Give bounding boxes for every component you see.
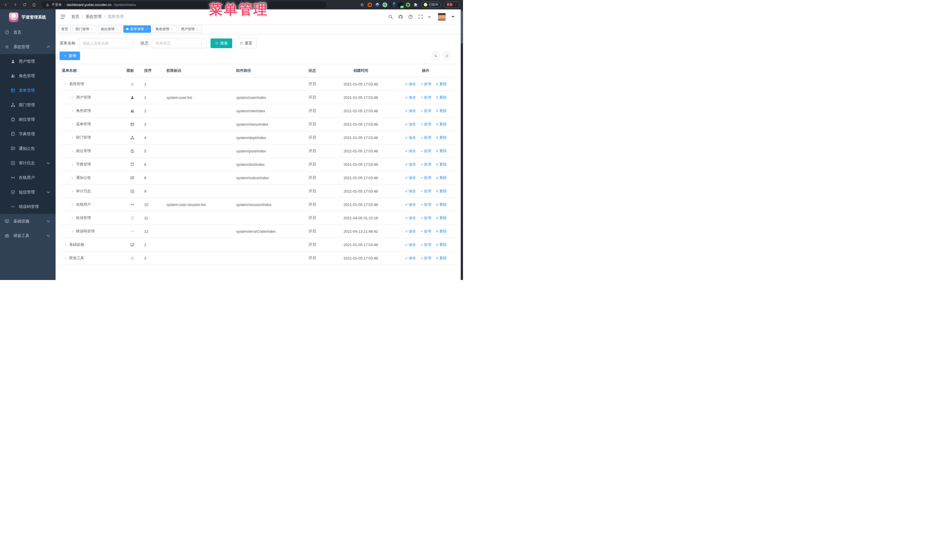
edit-link[interactable]: 修改: [405, 135, 416, 140]
search-button[interactable]: 搜索: [210, 38, 232, 48]
expand-closed-icon[interactable]: [71, 230, 74, 233]
address-bar[interactable]: 不安全 dashboard.yudao.iocoder.cn/system/me…: [42, 2, 327, 8]
delete-link[interactable]: 删除: [436, 202, 447, 207]
browser-reload-button[interactable]: [21, 2, 28, 8]
extensions-puzzle-icon[interactable]: [413, 3, 418, 7]
extension-dark-icon[interactable]: on: [398, 3, 402, 7]
edit-link[interactable]: 修改: [405, 122, 416, 127]
sidebar-item-badge[interactable]: 岗位管理: [0, 112, 56, 127]
add-child-link[interactable]: 新增: [420, 95, 431, 100]
search-icon[interactable]: [388, 14, 393, 20]
add-child-link[interactable]: 新增: [420, 189, 431, 194]
tab-item[interactable]: 部门管理: [73, 25, 96, 33]
add-child-link[interactable]: 新增: [420, 162, 431, 167]
delete-link[interactable]: 删除: [436, 242, 447, 247]
expand-closed-icon[interactable]: [71, 109, 74, 113]
hamburger-icon[interactable]: [60, 14, 66, 20]
delete-link[interactable]: 删除: [436, 256, 447, 261]
font-size-icon[interactable]: tT: [428, 14, 433, 20]
delete-link[interactable]: 删除: [436, 95, 447, 100]
expand-closed-icon[interactable]: [71, 163, 74, 166]
help-icon[interactable]: [408, 14, 413, 20]
edit-link[interactable]: 修改: [405, 242, 416, 247]
delete-link[interactable]: 删除: [436, 135, 447, 140]
add-child-link[interactable]: 新增: [420, 216, 431, 220]
close-icon[interactable]: [145, 28, 148, 30]
edit-link[interactable]: 修改: [405, 149, 416, 154]
bookmark-star-icon[interactable]: [360, 3, 365, 7]
edit-link[interactable]: 修改: [405, 229, 416, 234]
extension-gem-icon[interactable]: [375, 3, 380, 7]
delete-link[interactable]: 删除: [436, 122, 447, 127]
edit-link[interactable]: 修改: [405, 109, 416, 113]
reset-button[interactable]: 重置: [235, 38, 257, 48]
status-select[interactable]: 菜单状态: [152, 38, 207, 48]
browser-home-button[interactable]: [30, 2, 37, 8]
expand-closed-icon[interactable]: [64, 257, 67, 260]
extension-squares-icon[interactable]: [390, 3, 395, 7]
delete-link[interactable]: 删除: [436, 175, 447, 180]
extension-check-icon[interactable]: [383, 3, 387, 7]
add-child-link[interactable]: 新增: [420, 242, 431, 247]
sidebar-item-monitor[interactable]: 基础设施: [0, 214, 56, 228]
tab-item[interactable]: 角色管理: [153, 25, 176, 33]
add-child-link[interactable]: 新增: [420, 256, 431, 261]
edit-link[interactable]: 修改: [405, 82, 416, 87]
sidebar-item-table[interactable]: 菜单管理: [0, 83, 56, 98]
edit-link[interactable]: 修改: [405, 162, 416, 167]
tab-active[interactable]: 菜单管理: [123, 25, 151, 33]
fullscreen-icon[interactable]: [418, 14, 423, 20]
close-icon[interactable]: [91, 28, 94, 30]
expand-closed-icon[interactable]: [71, 216, 74, 220]
edit-link[interactable]: 修改: [405, 175, 416, 180]
close-icon[interactable]: [116, 28, 119, 30]
delete-link[interactable]: 删除: [436, 109, 447, 113]
expand-closed-icon[interactable]: [71, 190, 74, 193]
refresh-table-button[interactable]: [443, 52, 451, 60]
extension-orange-icon[interactable]: [368, 3, 372, 7]
browser-forward-button[interactable]: [12, 2, 18, 8]
tab-item[interactable]: 岗位管理: [98, 25, 122, 33]
sidebar-item-book[interactable]: 字典管理: [0, 127, 56, 141]
paused-badge[interactable]: 已暂停: [421, 2, 441, 8]
expand-closed-icon[interactable]: [71, 203, 74, 206]
add-child-link[interactable]: 新增: [420, 175, 431, 180]
sidebar-item-online[interactable]: 在线用户: [0, 171, 56, 185]
add-child-link[interactable]: 新增: [420, 149, 431, 154]
sidebar-item-code[interactable]: 错误码管理: [0, 199, 56, 214]
sidebar-item-pen[interactable]: 审计日志: [0, 156, 56, 171]
breadcrumb-home[interactable]: 首页: [71, 14, 79, 20]
expand-closed-icon[interactable]: [71, 96, 74, 99]
update-button[interactable]: 更新: [444, 2, 460, 8]
github-icon[interactable]: [398, 14, 403, 20]
expand-closed-icon[interactable]: [64, 243, 67, 246]
edit-link[interactable]: 修改: [405, 189, 416, 194]
expand-open-icon[interactable]: [64, 83, 67, 86]
add-button[interactable]: 新增: [59, 51, 80, 60]
close-icon[interactable]: [196, 28, 199, 30]
sidebar-item-message[interactable]: 通知公告: [0, 141, 56, 156]
sidebar-item-user[interactable]: 用户管理: [0, 54, 56, 69]
delete-link[interactable]: 删除: [436, 216, 447, 220]
delete-link[interactable]: 删除: [436, 149, 447, 154]
add-child-link[interactable]: 新增: [420, 202, 431, 207]
user-avatar[interactable]: [438, 13, 446, 21]
expand-closed-icon[interactable]: [71, 136, 74, 139]
extension-android-icon[interactable]: [406, 3, 410, 7]
add-child-link[interactable]: 新增: [420, 135, 431, 140]
scrollbar-thumb[interactable]: [461, 11, 463, 44]
sidebar-item-toolbox[interactable]: 研发工具: [0, 228, 56, 243]
sidebar-item-gear[interactable]: 系统管理: [0, 39, 56, 54]
page-scrollbar[interactable]: [461, 9, 463, 280]
sidebar-item-users[interactable]: 角色管理: [0, 69, 56, 83]
sidebar-item-shield[interactable]: 短信管理: [0, 185, 56, 199]
delete-link[interactable]: 删除: [436, 82, 447, 87]
delete-link[interactable]: 删除: [436, 229, 447, 234]
edit-link[interactable]: 修改: [405, 256, 416, 261]
delete-link[interactable]: 删除: [436, 162, 447, 167]
add-child-link[interactable]: 新增: [420, 122, 431, 127]
tab-item[interactable]: 首页: [58, 25, 71, 33]
close-icon[interactable]: [171, 28, 174, 30]
add-child-link[interactable]: 新增: [420, 82, 431, 87]
edit-link[interactable]: 修改: [405, 202, 416, 207]
